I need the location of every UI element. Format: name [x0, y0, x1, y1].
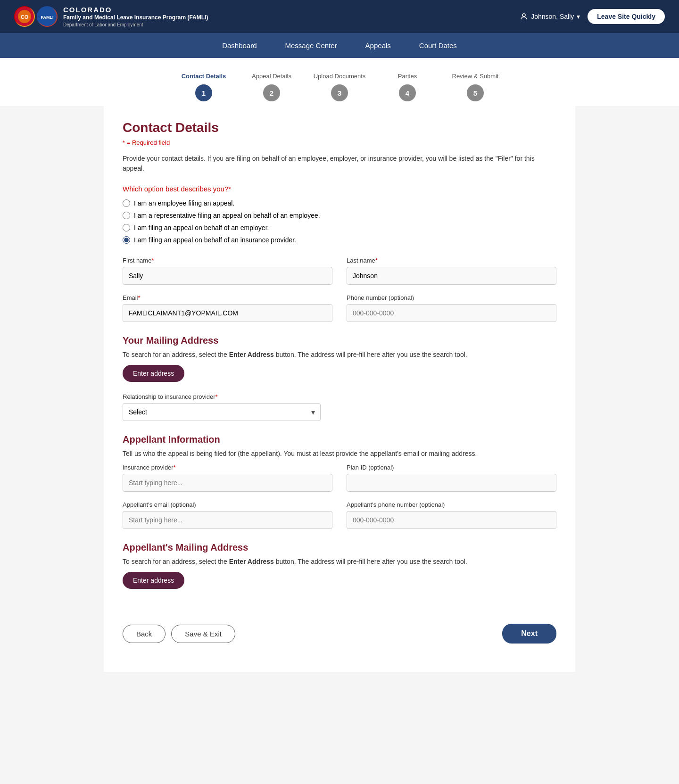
required-asterisk: *: [123, 139, 125, 146]
appellant-email-input[interactable]: [123, 511, 332, 529]
relationship-label: Relationship to insurance provider*: [123, 393, 321, 400]
step-5: Review & Submit 5: [441, 67, 509, 101]
program-name: Family and Medical Leave Insurance Progr…: [63, 14, 208, 22]
state-name: COLORADO: [63, 5, 208, 15]
email-label-text: Email: [123, 294, 138, 301]
first-name-required: *: [151, 257, 154, 264]
relationship-select[interactable]: Select: [123, 403, 321, 421]
enter-address-button[interactable]: Enter address: [123, 365, 184, 382]
relationship-group: Relationship to insurance provider* Sele…: [123, 393, 321, 421]
header-right: Johnson, Sally ▾ Leave Site Quickly: [520, 9, 665, 24]
appellant-mailing-desc-2: button. The address will pre-fill here a…: [274, 558, 467, 565]
chevron-down-icon: ▾: [577, 13, 580, 20]
insurance-provider-label-text: Insurance provider: [123, 464, 174, 471]
nav-dashboard[interactable]: Dashboard: [217, 33, 261, 58]
step-2-number: 2: [263, 84, 280, 101]
intro-text: Provide your contact details. If you are…: [123, 154, 556, 173]
step-4-number: 4: [399, 84, 416, 101]
bottom-bar: Back Save & Exit Next: [123, 614, 556, 644]
email-required: *: [138, 294, 141, 301]
svg-point-5: [522, 14, 525, 17]
relationship-select-wrapper: Select: [123, 403, 321, 421]
insurance-plan-row: Insurance provider* Plan ID (optional): [123, 464, 556, 492]
step-1: Contact Details 1: [170, 67, 238, 101]
back-button[interactable]: Back: [123, 625, 166, 643]
dept-name: Department of Labor and Employment: [63, 22, 208, 28]
next-button[interactable]: Next: [502, 624, 556, 644]
appellant-enter-address-button[interactable]: Enter address: [123, 572, 184, 589]
nav-appeals[interactable]: Appeals: [361, 33, 396, 58]
step-5-label: Review & Submit: [452, 67, 499, 84]
mailing-title: Your Mailing Address: [123, 335, 556, 346]
last-name-label-text: Last name: [347, 257, 375, 264]
radio-input-4[interactable]: [123, 236, 130, 244]
step-2-label: Appeal Details: [252, 67, 291, 84]
which-option-label: Which option best describes you?: [123, 185, 228, 193]
step-3-number: 3: [331, 84, 348, 101]
logo-circle-2: FAMLI: [37, 6, 58, 27]
last-name-label: Last name*: [347, 257, 556, 264]
appellant-mailing-title: Appellant's Mailing Address: [123, 542, 556, 553]
step-3: Upload Documents 3: [306, 67, 373, 101]
page-title: Contact Details: [123, 120, 556, 135]
svg-text:CO: CO: [21, 14, 29, 20]
radio-input-3[interactable]: [123, 224, 130, 231]
radio-option-1[interactable]: I am an employee filing an appeal.: [123, 199, 556, 207]
radio-option-4[interactable]: I am filing an appeal on behalf of an in…: [123, 236, 556, 244]
appellant-phone-input[interactable]: [347, 511, 556, 529]
email-input[interactable]: [123, 304, 332, 322]
insurance-provider-group: Insurance provider*: [123, 464, 332, 492]
save-exit-button[interactable]: Save & Exit: [171, 625, 235, 643]
appellant-phone-group: Appellant's phone number (optional): [347, 501, 556, 529]
email-label: Email*: [123, 294, 332, 301]
appellant-email-label: Appellant's email (optional): [123, 501, 332, 508]
name-row: First name* Last name*: [123, 257, 556, 285]
logo: CO FAMLI COLORADO Family and Medical Lea…: [14, 5, 208, 28]
which-option-question: Which option best describes you?*: [123, 185, 556, 193]
radio-option-2[interactable]: I am a representative filing an appeal o…: [123, 212, 556, 219]
stepper: Contact Details 1 Appeal Details 2 Uploa…: [170, 67, 509, 101]
mailing-desc-bold: Enter Address: [229, 351, 274, 358]
last-name-input[interactable]: [347, 267, 556, 285]
first-name-input[interactable]: [123, 267, 332, 285]
logo-circles: CO FAMLI: [14, 6, 58, 27]
mailing-desc-2: button. The address will pre-fill here a…: [274, 351, 467, 358]
nav-message-center[interactable]: Message Center: [281, 33, 342, 58]
appellant-title: Appellant Information: [123, 434, 556, 445]
appellant-mailing-desc-bold: Enter Address: [229, 558, 274, 565]
insurance-provider-input[interactable]: [123, 474, 332, 492]
plan-id-label: Plan ID (optional): [347, 464, 556, 471]
phone-input[interactable]: [347, 304, 556, 322]
radio-input-2[interactable]: [123, 212, 130, 219]
nav-court-dates[interactable]: Court Dates: [414, 33, 462, 58]
logo-circle-1: CO: [14, 6, 35, 27]
svg-text:FAMLI: FAMLI: [41, 15, 54, 20]
user-name-label: Johnson, Sally: [531, 13, 574, 20]
required-note: * = Required field: [123, 139, 556, 146]
leave-site-button[interactable]: Leave Site Quickly: [588, 9, 665, 24]
step-4-label: Parties: [398, 67, 417, 84]
user-name[interactable]: Johnson, Sally ▾: [520, 12, 580, 21]
step-3-label: Upload Documents: [314, 67, 366, 84]
radio-group: I am an employee filing an appeal. I am …: [123, 199, 556, 244]
logo-text: COLORADO Family and Medical Leave Insura…: [63, 5, 208, 28]
navigation: Dashboard Message Center Appeals Court D…: [0, 33, 679, 58]
last-name-required: *: [375, 257, 378, 264]
radio-label-3: I am filing an appeal on behalf of an em…: [134, 224, 269, 231]
bottom-left-buttons: Back Save & Exit: [123, 625, 235, 643]
email-phone-row: Email* Phone number (optional): [123, 294, 556, 322]
appellant-email-group: Appellant's email (optional): [123, 501, 332, 529]
first-name-label-text: First name: [123, 257, 151, 264]
appellant-mailing-desc: To search for an address, select the Ent…: [123, 558, 556, 565]
step-2: Appeal Details 2: [238, 67, 306, 101]
relationship-required: *: [215, 393, 218, 400]
radio-option-3[interactable]: I am filing an appeal on behalf of an em…: [123, 224, 556, 231]
step-5-number: 5: [467, 84, 484, 101]
appellant-phone-label: Appellant's phone number (optional): [347, 501, 556, 508]
radio-label-4: I am filing an appeal on behalf of an in…: [134, 236, 296, 244]
appellant-mailing-desc-1: To search for an address, select the: [123, 558, 229, 565]
step-1-label: Contact Details: [182, 67, 226, 84]
main-content: Contact Details * = Required field Provi…: [104, 106, 575, 672]
plan-id-input[interactable]: [347, 474, 556, 492]
radio-input-1[interactable]: [123, 199, 130, 207]
